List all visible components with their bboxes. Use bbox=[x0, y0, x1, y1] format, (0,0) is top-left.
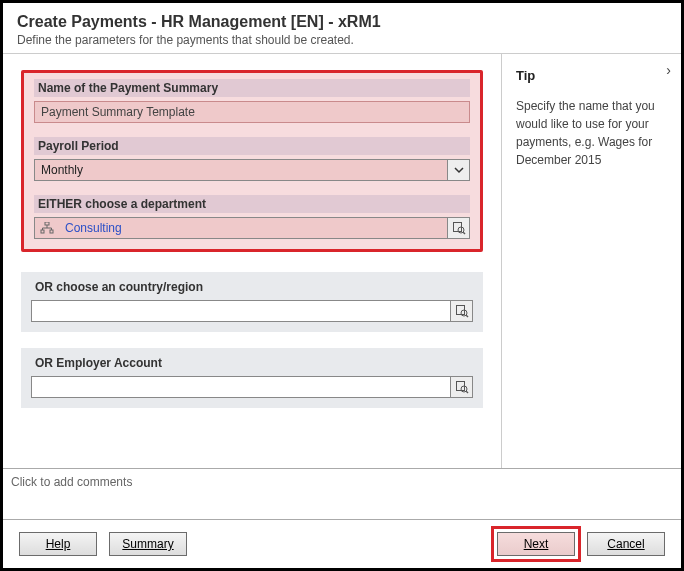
chevron-right-icon[interactable]: › bbox=[666, 62, 671, 78]
dialog-footer: Help Summary Next Cancel bbox=[3, 519, 681, 568]
dialog-create-payments: Create Payments - HR Management [EN] - x… bbox=[0, 0, 684, 571]
dialog-body: Name of the Payment Summary Payroll Peri… bbox=[3, 54, 681, 468]
svg-line-11 bbox=[466, 391, 468, 393]
field-country-wrap: OR choose an country/region bbox=[21, 272, 483, 332]
dialog-subtitle: Define the parameters for the payments t… bbox=[17, 33, 667, 47]
dialog-header: Create Payments - HR Management [EN] - x… bbox=[3, 3, 681, 54]
form-area: Name of the Payment Summary Payroll Peri… bbox=[3, 54, 501, 468]
help-button[interactable]: Help bbox=[19, 532, 97, 556]
field-summary-name: Name of the Payment Summary bbox=[34, 79, 470, 123]
svg-line-8 bbox=[466, 315, 468, 317]
employer-value bbox=[32, 377, 450, 397]
svg-line-5 bbox=[463, 232, 465, 234]
highlighted-fields: Name of the Payment Summary Payroll Peri… bbox=[21, 70, 483, 252]
label-employer: OR Employer Account bbox=[31, 354, 473, 372]
tip-panel: › Tip Specify the name that you would li… bbox=[501, 54, 681, 468]
employer-lookup[interactable] bbox=[31, 376, 473, 398]
lookup-icon[interactable] bbox=[450, 377, 472, 397]
svg-rect-1 bbox=[41, 230, 44, 233]
lookup-icon[interactable] bbox=[450, 301, 472, 321]
summary-name-input[interactable] bbox=[35, 102, 469, 122]
country-lookup[interactable] bbox=[31, 300, 473, 322]
tip-body: Specify the name that you would like to … bbox=[516, 97, 671, 169]
field-department: EITHER choose a department Consulting bbox=[34, 195, 470, 239]
lookup-icon[interactable] bbox=[447, 218, 469, 238]
field-employer-wrap: OR Employer Account bbox=[21, 348, 483, 408]
chevron-down-icon[interactable] bbox=[447, 160, 469, 180]
comments-area[interactable]: Click to add comments bbox=[3, 468, 681, 519]
cancel-button[interactable]: Cancel bbox=[587, 532, 665, 556]
country-value bbox=[32, 301, 450, 321]
field-country: OR choose an country/region bbox=[31, 278, 473, 322]
payroll-period-value: Monthly bbox=[35, 160, 447, 180]
input-wrap-summary-name bbox=[34, 101, 470, 123]
field-payroll-period: Payroll Period Monthly bbox=[34, 137, 470, 181]
org-icon bbox=[35, 218, 59, 238]
svg-rect-0 bbox=[45, 222, 49, 225]
svg-rect-2 bbox=[50, 230, 53, 233]
next-button[interactable]: Next bbox=[497, 532, 575, 556]
label-department: EITHER choose a department bbox=[34, 195, 470, 213]
department-value[interactable]: Consulting bbox=[59, 218, 447, 238]
summary-button[interactable]: Summary bbox=[109, 532, 187, 556]
payroll-period-select[interactable]: Monthly bbox=[34, 159, 470, 181]
label-payroll-period: Payroll Period bbox=[34, 137, 470, 155]
dialog-title: Create Payments - HR Management [EN] - x… bbox=[17, 13, 667, 31]
department-lookup[interactable]: Consulting bbox=[34, 217, 470, 239]
label-country: OR choose an country/region bbox=[31, 278, 473, 296]
field-employer: OR Employer Account bbox=[31, 354, 473, 398]
tip-heading: Tip bbox=[516, 68, 671, 83]
label-summary-name: Name of the Payment Summary bbox=[34, 79, 470, 97]
